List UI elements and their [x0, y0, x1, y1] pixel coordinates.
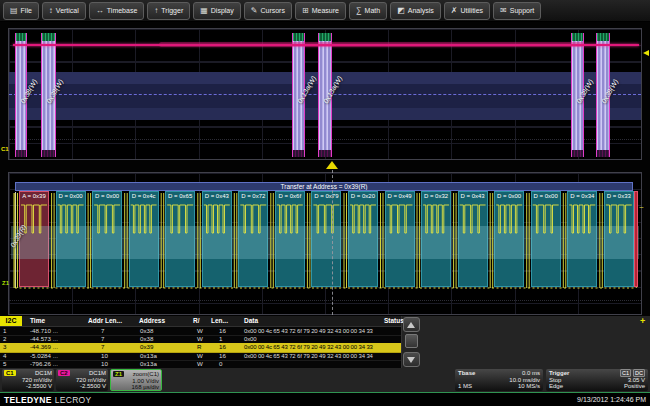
cell-time: -5.0284 ... — [30, 352, 58, 360]
c2-channel-badge: C2 — [58, 370, 70, 376]
trigger-type: Edge — [549, 383, 563, 390]
cell-address: 0x38 — [140, 335, 153, 343]
arrow-up-icon — [407, 322, 415, 328]
cell-len: 16 — [219, 343, 226, 351]
i2c-burst: 0x38(W) — [596, 33, 610, 157]
scroll-down-button[interactable] — [403, 352, 420, 367]
table-body: 1-48.710 ...70x38W160x00 00 4c 65 43 72 … — [0, 327, 401, 368]
trigger-time-dashed-line — [332, 170, 333, 315]
i2c-burst: 0x13a(W) — [318, 33, 332, 157]
c2-coupling: DC1M — [89, 370, 106, 377]
cell-address: 0x38 — [140, 327, 153, 335]
cell-rw: W — [197, 352, 203, 360]
bus-protocol-badge[interactable]: I2C — [0, 316, 22, 326]
menu-item-math[interactable]: ∑Math — [349, 2, 387, 20]
cell-addr_len: 7 — [101, 327, 104, 335]
cell-rw: W — [197, 327, 203, 335]
column-header: Address — [139, 316, 165, 326]
datetime-display: 9/13/2012 1:24:46 PM — [577, 396, 646, 403]
column-header: Len... — [211, 316, 228, 326]
status-bar: TELEDYNELECROY 9/13/2012 1:24:46 PM — [0, 392, 650, 406]
menu-item-cursors[interactable]: ✎Cursors — [244, 2, 292, 20]
zoom-waveform — [9, 173, 641, 314]
waveform-display-area[interactable]: 0x38(W)0x38(W)0x13a(W)0x13a(W)0x38(W)0x3… — [0, 22, 650, 316]
cell-addr_len: 7 — [101, 343, 104, 351]
vertical-arrows-icon: ↕ — [49, 7, 53, 15]
table-scrollbar — [403, 317, 420, 367]
cell-time: -44.369 ... — [30, 343, 58, 351]
menu-item-trigger[interactable]: ↑Trigger — [147, 2, 190, 20]
c1-coupling: DC1M — [35, 370, 52, 377]
cell-rw: R — [197, 343, 201, 351]
decode-result-table: I2C TimeAddr Len...AddressR/Len...DataSt… — [0, 316, 402, 368]
table-header-row: I2C TimeAddr Len...AddressR/Len...DataSt… — [0, 316, 401, 327]
menu-item-support[interactable]: ✉Support — [493, 2, 541, 20]
c2-offset: -2.5500 V — [80, 383, 106, 390]
timebase-label: Tbase — [458, 370, 475, 377]
i2c-burst: 0x38(W) — [15, 33, 27, 157]
brand-logo: TELEDYNELECROY — [4, 395, 92, 405]
trigger-arrow-icon: ↑ — [154, 7, 158, 15]
z1-descriptor-box[interactable]: Z1zoom(C1) 1.00 V/div 168 µs/div — [110, 369, 162, 391]
menu-item-file[interactable]: ▤File — [3, 2, 39, 20]
c2-descriptor-box[interactable]: C2DC1M 720 mV/div -2.5500 V — [56, 369, 108, 391]
z1-vscale: 1.00 V/div — [132, 378, 159, 385]
menu-item-label: Cursors — [260, 7, 285, 14]
menu-item-measure[interactable]: ⊞Measure — [295, 2, 346, 20]
timebase-hscale: 10.0 ms/div — [509, 377, 540, 384]
c1-descriptor-box[interactable]: C1DC1M 720 mV/div -2.5500 V — [2, 369, 54, 391]
horizontal-arrows-icon: ↔ — [96, 7, 104, 15]
decode-table-area: I2C TimeAddr Len...AddressR/Len...DataSt… — [0, 316, 650, 368]
column-header: Time — [30, 316, 45, 326]
cell-rw: W — [197, 335, 203, 343]
timebase-samples: 1 MS — [458, 383, 472, 390]
i2c-burst: 0x13a(W) — [292, 33, 305, 157]
menu-item-label: File — [21, 7, 32, 14]
trigger-time-marker-icon[interactable] — [326, 161, 338, 169]
cell-num: 3 — [3, 343, 6, 351]
menu-item-label: Analysis — [408, 7, 434, 14]
cell-address: 0x39 — [140, 343, 153, 351]
column-header: Status — [384, 316, 404, 326]
menu-item-label: Utilities — [461, 7, 484, 14]
main-timebase-grid[interactable]: 0x38(W)0x38(W)0x13a(W)0x13a(W)0x38(W)0x3… — [8, 28, 642, 160]
column-header: Addr Len... — [88, 316, 122, 326]
expand-icon[interactable]: + — [640, 316, 645, 326]
menu-item-utilities[interactable]: ✗Utilities — [444, 2, 490, 20]
scrollbar-thumb[interactable] — [405, 334, 418, 348]
cell-addr_len: 10 — [101, 352, 108, 360]
cell-num: 4 — [3, 352, 6, 360]
measure-icon: ⊞ — [302, 7, 309, 15]
z1-source: zoom(C1) — [133, 371, 159, 378]
trigger-descriptor-box[interactable]: Trigger C1DC Stop3.05 V EdgePositive — [546, 369, 648, 391]
menu-item-label: Vertical — [56, 7, 79, 14]
cell-num: 1 — [3, 327, 6, 335]
z1-hscale: 168 µs/div — [132, 384, 159, 391]
timebase-descriptor-box[interactable]: Tbase0.0 ms 10.0 ms/div 1 MS10 MS/s — [455, 369, 543, 391]
descriptor-bar: C1DC1M 720 mV/div -2.5500 V C2DC1M 720 m… — [0, 368, 650, 392]
utilities-icon: ✗ — [451, 7, 458, 15]
display-icon: ▦ — [200, 7, 208, 15]
trigger-slope: Positive — [624, 383, 645, 390]
decode-stop-bar — [634, 191, 638, 287]
menu-item-analysis[interactable]: ◩Analysis — [390, 2, 441, 20]
zoom-grid[interactable]: Transfer at Address = 0x39(R) A = 0x39D … — [8, 172, 642, 315]
cell-addr_len: 7 — [101, 335, 104, 343]
c1-position-marker[interactable]: C1 — [1, 146, 9, 152]
timebase-rate: 10 MS/s — [518, 383, 540, 390]
i2c-burst: 0x38(W) — [571, 33, 584, 157]
menu-item-timebase[interactable]: ↔Timebase — [89, 2, 144, 20]
scroll-up-button[interactable] — [403, 317, 420, 332]
menu-item-label: Measure — [312, 7, 339, 14]
analysis-icon: ◩ — [397, 7, 405, 15]
menu-item-display[interactable]: ▦Display — [193, 2, 241, 20]
menu-item-label: Display — [211, 7, 234, 14]
cell-time: -44.573 ... — [30, 335, 58, 343]
cell-len: 16 — [219, 352, 226, 360]
menu-item-vertical[interactable]: ↕Vertical — [42, 2, 86, 20]
trigger-level-marker-icon[interactable] — [643, 50, 649, 56]
cell-data: 0x00 00 4c 65 43 72 6f 79 20 49 32 43 00… — [244, 343, 373, 351]
z1-position-marker[interactable]: Z1 — [2, 280, 9, 286]
cursor-pencil-icon: ✎ — [251, 7, 258, 15]
cell-len: 16 — [219, 327, 226, 335]
